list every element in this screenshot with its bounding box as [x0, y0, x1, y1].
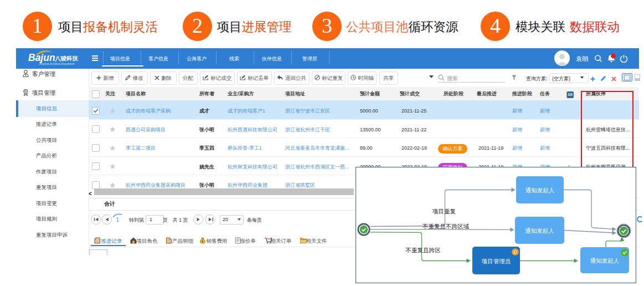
svg-text:八骏科技: 八骏科技 — [54, 55, 79, 62]
svg-text:Anyone,Anytime,Anywhere!: Anyone,Anytime,Anywhere! — [39, 62, 75, 65]
svg-text:不重复且不跨区域: 不重复且不跨区域 — [422, 223, 470, 229]
svg-text:项目重复: 项目重复 — [432, 208, 456, 214]
svg-text:通知发起人: 通知发起人 — [525, 227, 554, 234]
svg-text:项目管理员: 项目管理员 — [481, 258, 511, 264]
svg-text:不重复且跨区: 不重复且跨区 — [405, 247, 441, 253]
svg-text:通知发起人: 通知发起人 — [590, 257, 620, 264]
svg-text:通知发起人: 通知发起人 — [525, 187, 555, 193]
svg-text:¥: ¥ — [201, 239, 203, 243]
svg-text:1: 1 — [116, 217, 120, 223]
